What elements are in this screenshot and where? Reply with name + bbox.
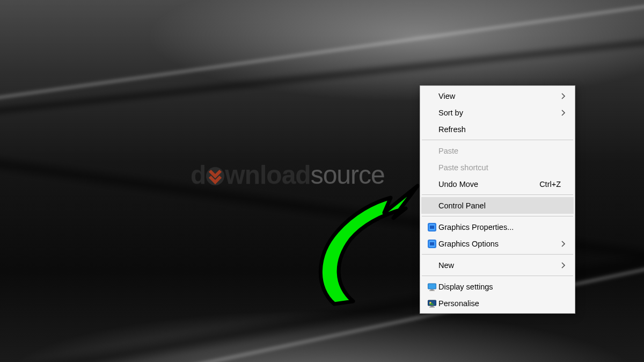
menu-separator bbox=[422, 194, 573, 195]
menu-item-paste: Paste bbox=[421, 142, 574, 159]
menu-item-controlpanel[interactable]: Control Panel bbox=[421, 197, 574, 214]
menu-separator bbox=[422, 216, 573, 216]
svg-rect-12 bbox=[430, 306, 434, 307]
svg-rect-3 bbox=[430, 226, 434, 229]
menu-item-label: Sort by bbox=[438, 108, 561, 117]
menu-item-label: Graphics Properties... bbox=[438, 223, 561, 231]
menu-separator bbox=[422, 254, 573, 255]
menu-item-new[interactable]: New bbox=[421, 257, 574, 273]
intel-icon bbox=[426, 222, 438, 232]
intel-icon bbox=[426, 239, 438, 249]
svg-rect-6 bbox=[430, 242, 434, 245]
svg-rect-13 bbox=[429, 307, 435, 307]
svg-rect-9 bbox=[429, 290, 435, 291]
menu-item-pasteshortcut: Paste shortcut bbox=[421, 159, 574, 176]
menu-item-label: Undo Move bbox=[438, 180, 539, 189]
menu-item-label: Control Panel bbox=[438, 201, 561, 210]
menu-item-refresh[interactable]: Refresh bbox=[421, 121, 574, 137]
display-icon bbox=[426, 282, 438, 292]
menu-item-label: New bbox=[438, 261, 561, 270]
logo-text-d: d bbox=[191, 161, 206, 189]
svg-rect-8 bbox=[430, 289, 434, 291]
wallpaper-logo: d wnloadsource bbox=[191, 160, 385, 190]
menu-item-gfxoptions[interactable]: Graphics Options bbox=[421, 235, 574, 252]
menu-item-sortby[interactable]: Sort by bbox=[421, 104, 574, 121]
menu-item-shortcut: Ctrl+Z bbox=[539, 180, 561, 189]
menu-item-undomove[interactable]: Undo MoveCtrl+Z bbox=[421, 176, 574, 192]
svg-rect-7 bbox=[428, 284, 436, 289]
logo-text-wnload: wnload bbox=[225, 161, 310, 189]
menu-item-label: Paste bbox=[438, 147, 561, 155]
menu-item-display[interactable]: Display settings bbox=[421, 278, 574, 295]
logo-text-source: source bbox=[311, 161, 385, 189]
menu-separator bbox=[422, 276, 573, 276]
submenu-chevron-icon bbox=[561, 110, 568, 116]
desktop-context-menu: ViewSort byRefreshPastePaste shortcutUnd… bbox=[420, 85, 575, 314]
personalise-icon bbox=[426, 299, 438, 308]
menu-item-personalise[interactable]: Personalise bbox=[421, 295, 574, 312]
menu-separator bbox=[422, 140, 573, 140]
down-chevron-icon bbox=[206, 165, 225, 187]
submenu-chevron-icon bbox=[561, 241, 568, 247]
menu-item-label: Personalise bbox=[438, 299, 561, 308]
menu-item-label: Paste shortcut bbox=[438, 163, 561, 172]
menu-item-view[interactable]: View bbox=[421, 88, 574, 104]
menu-item-label: Refresh bbox=[438, 125, 561, 134]
submenu-chevron-icon bbox=[561, 262, 568, 269]
menu-item-gfxprops[interactable]: Graphics Properties... bbox=[421, 219, 574, 235]
submenu-chevron-icon bbox=[561, 93, 568, 99]
menu-item-label: Graphics Options bbox=[438, 240, 561, 248]
menu-item-label: Display settings bbox=[438, 283, 561, 291]
menu-item-label: View bbox=[438, 92, 561, 100]
